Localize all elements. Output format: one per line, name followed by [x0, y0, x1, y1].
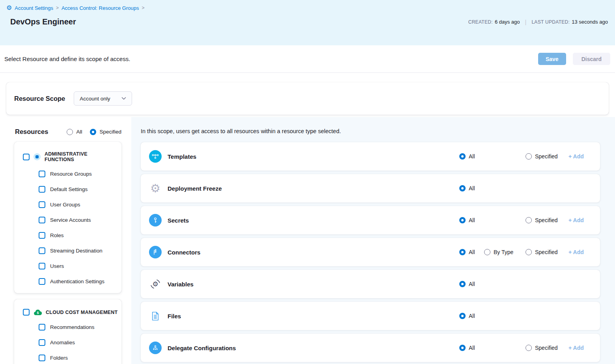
item-checkbox[interactable]	[39, 355, 45, 361]
radio-icon[interactable]	[526, 249, 532, 255]
resource-item-users[interactable]: Users	[23, 258, 118, 274]
item-label: Anomalies	[50, 340, 75, 345]
add-button[interactable]: + Add	[568, 249, 584, 255]
resource-item-recommendations[interactable]: Recommendations	[23, 319, 118, 335]
secrets-icon	[149, 214, 162, 227]
files-icon	[149, 310, 162, 322]
add-button[interactable]: + Add	[568, 153, 584, 160]
option-all[interactable]: All	[459, 281, 484, 287]
resource-row-templates: TemplatesAllSpecified+ Add	[141, 142, 600, 171]
page-title: DevOps Engineer	[10, 17, 76, 26]
resource-type-label: Templates	[168, 153, 196, 160]
radio-icon[interactable]	[484, 249, 490, 255]
resources-radio-specified[interactable]: Specified	[90, 129, 121, 135]
item-checkbox[interactable]	[39, 217, 45, 223]
resources-radio-all[interactable]: All	[67, 129, 82, 135]
resource-item-resource-groups[interactable]: Resource Groups	[23, 166, 118, 182]
option-specified[interactable]: Specified	[526, 345, 568, 351]
item-checkbox[interactable]	[39, 278, 45, 285]
resource-row-connectors: ConnectorsAllBy TypeSpecified+ Add	[141, 238, 600, 266]
option-by-type[interactable]: By Type	[484, 249, 526, 255]
resource-type-label: Variables	[168, 281, 194, 288]
item-checkbox[interactable]	[39, 324, 45, 331]
breadcrumb-link-account-settings[interactable]: Account Settings	[15, 5, 53, 11]
resource-type-label: Connectors	[168, 249, 200, 256]
resource-row-deployment-freeze: ⚙Deployment FreezeAll	[141, 174, 600, 202]
resource-item-folders[interactable]: Folders	[23, 350, 118, 364]
option-label: All	[469, 281, 475, 287]
resource-item-default-settings[interactable]: Default Settings	[23, 182, 118, 197]
item-checkbox[interactable]	[39, 263, 45, 269]
updated-value: 13 seconds ago	[572, 19, 608, 25]
item-checkbox[interactable]	[39, 232, 45, 239]
option-all[interactable]: All	[459, 313, 484, 319]
add-button[interactable]: + Add	[568, 345, 584, 351]
item-label: Roles	[50, 232, 64, 238]
option-label: All	[469, 313, 475, 319]
item-label: Authentication Settings	[50, 279, 104, 284]
page-header: ⚙ Account Settings > Access Control: Res…	[0, 0, 615, 45]
radio-icon[interactable]	[459, 313, 466, 319]
discard-button[interactable]: Discard	[573, 53, 610, 65]
item-checkbox[interactable]	[39, 171, 45, 177]
save-button[interactable]: Save	[538, 53, 566, 65]
radio-icon[interactable]	[459, 185, 466, 191]
radio-icon[interactable]	[459, 345, 466, 351]
resource-scope-card: Resource Scope Account only	[6, 82, 609, 115]
item-checkbox[interactable]	[39, 201, 45, 208]
option-label: All	[469, 249, 475, 255]
connectors-icon	[149, 246, 162, 258]
resource-row-variables: ⚙VariablesAll	[141, 270, 600, 298]
option-all[interactable]: All	[459, 185, 484, 191]
radio-icon[interactable]	[459, 249, 466, 255]
radio-icon[interactable]	[459, 217, 466, 223]
option-specified[interactable]: Specified	[526, 249, 568, 255]
resource-scope-dropdown[interactable]: Account only	[74, 91, 132, 106]
radio-icon[interactable]	[459, 153, 466, 160]
group-header: $CLOUD COST MANAGEMENT	[23, 309, 118, 316]
item-label: Recommendations	[50, 324, 95, 330]
option-all[interactable]: All	[459, 345, 484, 351]
option-label: All	[469, 345, 475, 351]
item-checkbox[interactable]	[39, 339, 45, 346]
header-meta: CREATED: 6 days ago | LAST UPDATED: 13 s…	[468, 19, 608, 25]
templates-icon	[149, 150, 162, 163]
radio-icon[interactable]	[526, 345, 532, 351]
settings-gear-icon: ⚙	[6, 5, 12, 11]
breadcrumb-link-resource-groups[interactable]: Access Control: Resource Groups	[62, 5, 139, 11]
resource-item-roles[interactable]: Roles	[23, 228, 118, 243]
option-specified[interactable]: Specified	[526, 217, 568, 223]
resources-panel: Resources All Specified ADMINISTRATIVE F…	[0, 117, 131, 364]
item-label: Folders	[50, 355, 68, 361]
resource-item-anomalies[interactable]: Anomalies	[23, 335, 118, 350]
radio-icon[interactable]	[526, 153, 532, 160]
option-label: Specified	[535, 345, 558, 351]
resource-scope-label: Resource Scope	[14, 95, 65, 102]
admin-functions-icon	[34, 153, 41, 160]
item-label: Users	[50, 263, 64, 269]
group-checkbox[interactable]	[23, 309, 30, 316]
radio-icon[interactable]	[459, 281, 466, 287]
resources-title: Resources	[15, 128, 48, 136]
option-all[interactable]: All	[459, 153, 484, 160]
resource-rows: TemplatesAllSpecified+ Add⚙Deployment Fr…	[141, 142, 615, 362]
updated-label: LAST UPDATED:	[531, 19, 570, 25]
resource-item-authentication-settings[interactable]: Authentication Settings	[23, 274, 118, 289]
radio-icon[interactable]	[67, 129, 73, 135]
group-checkbox[interactable]	[23, 154, 30, 160]
resource-item-streaming-destination[interactable]: Streaming Destination	[23, 243, 118, 258]
option-label: All	[469, 185, 475, 191]
option-specified[interactable]: Specified	[526, 153, 568, 160]
toolbar-description: Select Resource and define its scope of …	[4, 56, 130, 62]
option-label: By Type	[494, 249, 513, 255]
add-button[interactable]: + Add	[568, 217, 584, 223]
radio-icon[interactable]	[526, 217, 532, 223]
option-all[interactable]: All	[459, 249, 484, 255]
item-checkbox[interactable]	[39, 186, 45, 193]
option-all[interactable]: All	[459, 217, 484, 223]
breadcrumb-separator: >	[142, 5, 144, 11]
item-checkbox[interactable]	[39, 247, 45, 254]
resource-item-service-accounts[interactable]: Service Accounts	[23, 212, 118, 228]
radio-icon[interactable]	[90, 129, 96, 135]
resource-item-user-groups[interactable]: User Groups	[23, 197, 118, 212]
